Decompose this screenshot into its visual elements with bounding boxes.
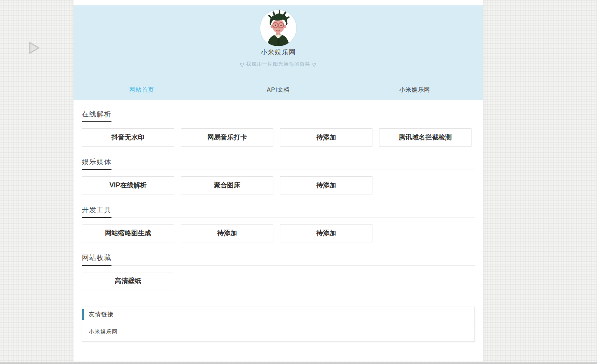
section-online-parse-buttons: 抖音无水印 网易音乐打卡 待添加 腾讯域名拦截检测 (82, 128, 475, 147)
friend-link-item[interactable]: 小米娱乐网 (89, 329, 118, 335)
tool-button-placeholder[interactable]: 待添加 (280, 176, 372, 194)
tool-button-hd-wallpaper[interactable]: 高清壁纸 (82, 272, 174, 290)
accent-bar (82, 309, 84, 320)
avatar (260, 9, 297, 47)
friend-links-header: 友情链接 (82, 307, 474, 322)
tool-button-vip-parse[interactable]: VIP在线解析 (82, 176, 174, 194)
tool-button-site-thumbnail[interactable]: 网站缩略图生成 (82, 224, 174, 242)
friend-links-title: 友情链接 (89, 311, 114, 317)
friend-links-body: 小米娱乐网 (82, 322, 474, 341)
nav-item-home[interactable]: 网站首页 (73, 81, 210, 100)
site-page: 小米娱乐网 ღ 我愿用一世阳光换你的微笑 ღ 网站首页 API文档 小米娱乐网 … (73, 0, 483, 362)
section-collection-buttons: 高清壁纸 (82, 272, 475, 290)
section-title-online-parse: 在线解析 (82, 109, 475, 122)
tool-button-tencent-domain-check[interactable]: 腾讯域名拦截检测 (379, 128, 471, 147)
tool-button-netease-music[interactable]: 网易音乐打卡 (181, 128, 273, 147)
tool-button-douyin[interactable]: 抖音无水印 (82, 128, 174, 147)
nav-item-site[interactable]: 小米娱乐网 (346, 81, 483, 100)
bottom-bar (0, 362, 597, 364)
friend-links-panel: 友情链接 小米娱乐网 (82, 307, 475, 342)
site-header: 小米娱乐网 ღ 我愿用一世阳光换你的微笑 ღ 网站首页 API文档 小米娱乐网 (73, 5, 483, 100)
section-devtools-buttons: 网站缩略图生成 待添加 待添加 (82, 224, 475, 242)
section-media-buttons: VIP在线解析 聚合图床 待添加 (82, 176, 475, 194)
tool-button-placeholder[interactable]: 待添加 (181, 224, 273, 242)
tool-button-placeholder[interactable]: 待添加 (280, 128, 372, 147)
nav-item-api-docs[interactable]: API文档 (210, 81, 347, 100)
site-title: 小米娱乐网 (73, 48, 483, 57)
main-nav: 网站首页 API文档 小米娱乐网 (73, 81, 483, 100)
avatar-wrap (260, 5, 297, 43)
play-arrow-icon (29, 42, 40, 54)
tool-button-image-host[interactable]: 聚合图床 (181, 176, 273, 194)
section-title-media: 娱乐媒体 (82, 157, 475, 170)
main-content: 在线解析 抖音无水印 网易音乐打卡 待添加 腾讯域名拦截检测 娱乐媒体 VIP在… (73, 100, 483, 342)
section-title-collection: 网站收藏 (82, 253, 475, 266)
tool-button-placeholder[interactable]: 待添加 (280, 224, 372, 242)
site-subtitle: ღ 我愿用一世阳光换你的微笑 ღ (73, 61, 483, 68)
section-title-devtools: 开发工具 (82, 205, 475, 218)
